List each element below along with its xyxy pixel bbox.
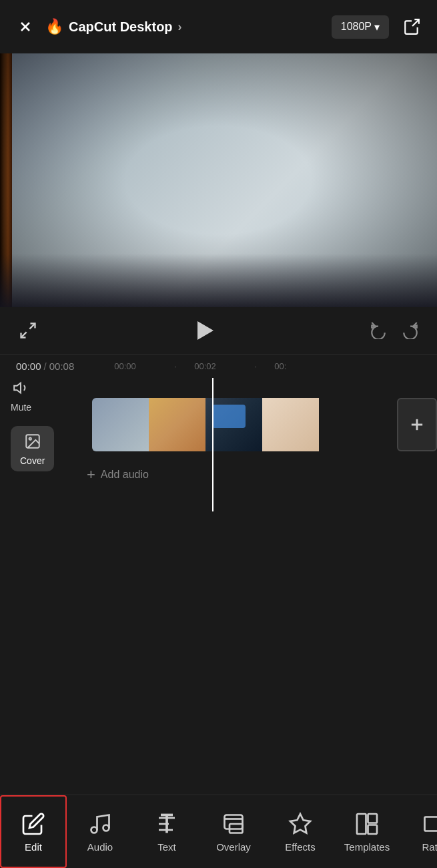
toolbar-item-audio[interactable]: Audio [67,795,133,868]
time-current: 00:00 [16,361,41,372]
cover-label: Cover [20,455,45,466]
play-icon [197,321,213,340]
templates-icon [354,811,380,837]
svg-line-2 [412,19,419,26]
header: 🔥 CapCut Desktop › 1080P ▾ [0,0,437,53]
header-right: 1080P ▾ [332,15,424,39]
timeline-timestamps: 00:00 · 00:02 · 00: [114,361,421,371]
export-button[interactable] [400,15,424,39]
timeline-area: Mute Cover [0,378,437,511]
svg-line-4 [21,332,27,337]
undo-button[interactable] [368,320,389,341]
mute-label: Mute [11,402,31,413]
play-button[interactable] [189,316,219,345]
film-bottom-gradient [0,254,437,307]
redo-button[interactable] [400,320,421,341]
dot-0: · [174,361,194,371]
expand-button[interactable] [16,318,40,343]
templates-label: Templates [344,841,390,853]
time-bar: 00:00 / 00:08 00:00 · 00:02 · 00: [0,354,437,378]
effects-label: Effects [285,841,316,853]
cover-icon [23,431,43,451]
cover-tool[interactable]: Cover [11,426,54,471]
ratio-label: Ratio [422,841,437,853]
ratio-icon [420,811,437,837]
chevron-right-icon: › [178,20,182,34]
effects-icon [287,811,314,837]
toolbar-item-ratio[interactable]: Ratio [400,795,437,868]
edit-label: Edit [25,841,42,853]
timestamp-1: 00:02 [194,361,254,371]
edit-icon [20,811,47,837]
timestamp-2: 00: [274,361,334,371]
timeline-tools: Mute Cover [11,378,84,471]
app-title: 🔥 CapCut Desktop › [45,18,182,35]
svg-rect-20 [357,814,366,834]
svg-point-11 [103,825,109,831]
video-canvas [0,53,437,307]
time-separator: / [44,361,47,372]
svg-rect-21 [368,814,378,823]
audio-label: Audio [87,841,113,853]
mute-tool[interactable]: Mute [11,378,31,413]
timeline-playhead [212,378,213,511]
timeline-content: Mute Cover [0,391,437,458]
clip-frame-2 [149,398,205,451]
svg-rect-22 [368,825,378,835]
toolbar-item-text[interactable]: Text [133,795,200,868]
clip-strip [92,398,386,451]
toolbar-item-templates[interactable]: Templates [334,795,400,868]
clip-frame-1 [92,398,149,451]
clip-frame-4 [262,398,319,451]
text-label: Text [157,841,176,853]
add-audio-plus-icon: + [87,466,95,483]
resolution-button[interactable]: 1080P ▾ [332,15,389,39]
svg-marker-19 [290,814,310,833]
video-preview [0,53,437,307]
overlay-icon [220,811,247,837]
timestamp-0: 00:00 [114,361,174,371]
svg-rect-23 [425,817,438,831]
undo-redo-group [368,320,421,341]
flame-icon: 🔥 [45,18,63,35]
audio-icon [87,811,113,837]
mute-icon [11,378,31,398]
header-left: 🔥 CapCut Desktop › [13,15,182,39]
text-icon [153,811,180,837]
overlay-label: Overlay [216,841,251,853]
toolbar-item-effects[interactable]: Effects [267,795,334,868]
close-button[interactable] [13,15,37,39]
app-name-label: CapCut Desktop [69,19,173,35]
add-clip-button[interactable] [397,398,437,451]
add-audio-label: Add audio [101,469,149,481]
time-total: 00:08 [49,361,75,372]
svg-marker-5 [14,383,21,393]
svg-rect-17 [225,815,243,829]
toolbar-item-edit[interactable]: Edit [0,795,67,868]
toolbar-item-overlay[interactable]: Overlay [200,795,267,868]
svg-point-10 [91,827,97,833]
svg-point-7 [29,438,31,440]
svg-line-3 [29,324,35,329]
bottom-toolbar: Edit Audio Text [0,795,437,868]
controls-bar [0,307,437,354]
clip-frame-3 [205,398,262,451]
dot-1: · [254,361,274,371]
